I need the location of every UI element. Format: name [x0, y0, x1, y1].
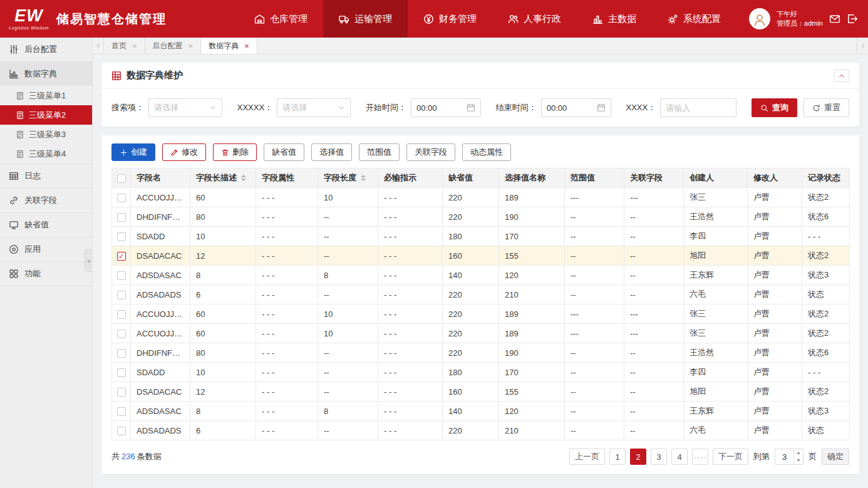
panel-collapse-button[interactable] [834, 70, 849, 82]
row-checkbox[interactable] [117, 310, 126, 319]
row-checkbox[interactable] [117, 330, 126, 338]
sidebar-item-3[interactable]: 关联字段 [0, 189, 92, 212]
tab-1[interactable]: 后台配置× [145, 38, 202, 54]
row-checkbox[interactable] [117, 271, 126, 280]
row-checkbox[interactable] [117, 407, 126, 416]
sidebar-item-4[interactable]: 缺省值 [0, 213, 92, 237]
cell-select_name: 190 [499, 343, 565, 363]
cell-range_value: -- [565, 402, 624, 421]
sidebar-subitem-1-1[interactable]: 三级菜单2 [0, 105, 92, 125]
xxxxx-select[interactable]: 请选择 [277, 98, 351, 117]
col-length[interactable]: 字段长度 [318, 169, 378, 188]
table-row[interactable]: ✓DSADACAC12- - ---- - -160155----旭阳卢曹状态2 [112, 246, 850, 266]
jump-to-label: 到第 [753, 451, 770, 462]
select-value-button[interactable]: 选择值 [311, 143, 352, 161]
table-row[interactable]: DHDIFNFJJJ80- - ---- - -220190----王浩然卢曹状… [112, 343, 850, 363]
start-time-input[interactable]: 00:00 [411, 98, 481, 117]
confirm-button[interactable]: 确定 [822, 449, 849, 465]
nav-item-1[interactable]: 运输管理 [323, 0, 408, 38]
main-area: 首页×后台配置×数据字典× 数据字典维护 搜索项： [93, 38, 868, 488]
cell-select_name: 120 [499, 266, 565, 285]
delete-button[interactable]: 删除 [213, 143, 257, 161]
tab-close-icon[interactable]: × [132, 42, 137, 50]
page-button-4[interactable]: 4 [671, 449, 688, 465]
sidebar-subitem-1-2[interactable]: 三级菜单3 [0, 125, 92, 144]
tab-close-icon[interactable]: × [244, 42, 249, 50]
query-button[interactable]: 查询 [752, 98, 797, 117]
sidebar-subitem-1-0[interactable]: 三级菜单1 [0, 86, 92, 105]
row-checkbox[interactable] [117, 232, 126, 241]
tabs-scroll-right-button[interactable] [857, 38, 868, 54]
nav-item-4[interactable]: 主数据 [577, 0, 652, 38]
sidebar-item-2[interactable]: 日志 [0, 164, 92, 188]
nav-item-2[interactable]: 财务管理 [408, 0, 492, 38]
table-row[interactable]: DHDIFNFJJJ80- - ---- - -220190----王浩然卢曹状… [112, 207, 850, 227]
prev-page-button[interactable]: 上一页 [569, 449, 605, 465]
nav-item-0[interactable]: 仓库管理 [239, 0, 323, 38]
page-button-3[interactable]: 3 [651, 449, 667, 465]
table-row[interactable]: ADSDASAC8- - -8- - -140120----王东辉卢曹状态3 [112, 266, 850, 285]
table-row[interactable]: ADSADADS6- - ---- - -220210----六毛卢曹状态 [112, 285, 850, 304]
mail-icon[interactable] [829, 13, 840, 24]
xxxx-input[interactable] [660, 98, 736, 117]
table-row[interactable]: ADSADADS6- - ---- - -220210----六毛卢曹状态 [112, 421, 850, 440]
logout-icon[interactable] [847, 13, 858, 24]
tab-0[interactable]: 首页× [104, 38, 145, 54]
tabs-scroll-left-button[interactable] [93, 38, 104, 54]
sidebar-subitem-1-3[interactable]: 三级菜单4 [0, 144, 92, 164]
create-button[interactable]: 创建 [111, 143, 155, 161]
row-checkbox[interactable] [117, 368, 126, 377]
col-length_desc[interactable]: 字段长描述 [190, 169, 256, 188]
table-row[interactable]: ADSDASAC8- - -8- - -140120----王东辉卢曹状态3 [112, 402, 850, 421]
cell-attr: - - - [256, 421, 318, 440]
table-row[interactable]: SDADD10- - ---- - -180170----李四卢曹- - - [112, 363, 850, 382]
select-all-checkbox[interactable] [117, 174, 126, 183]
search-select[interactable]: 请选择 [148, 98, 222, 117]
reset-button[interactable]: 重置 [803, 98, 849, 117]
tab-close-icon[interactable]: × [189, 42, 194, 50]
table-row[interactable]: ACCUOJJDJN60- - -10- - -220189------张三卢曹… [112, 324, 850, 343]
sidebar-collapse-handle[interactable]: « [85, 249, 93, 272]
row-checkbox[interactable] [117, 194, 126, 202]
cell-attr: - - - [256, 285, 318, 304]
cell-modifier: 卢曹 [748, 266, 802, 285]
sidebar-item-5[interactable]: 应用 [0, 237, 92, 261]
page-ellipsis[interactable]: ···· [692, 449, 708, 465]
page-button-2[interactable]: 2 [630, 449, 646, 465]
range-value-button[interactable]: 范围值 [359, 143, 400, 161]
row-checkbox[interactable] [117, 213, 126, 222]
row-checkbox[interactable] [117, 388, 126, 397]
sidebar-item-1[interactable]: 数据字典 [0, 62, 92, 86]
page-jump-stepper[interactable]: 3 [775, 449, 803, 465]
sidebar-item-6[interactable]: 功能 [0, 262, 92, 286]
row-checkbox[interactable] [117, 291, 126, 299]
default-value-button[interactable]: 缺省值 [264, 143, 304, 161]
sort-icon[interactable] [241, 175, 246, 181]
tab-2[interactable]: 数据字典× [201, 38, 257, 54]
row-checkbox[interactable] [117, 427, 126, 435]
stepper-up-icon[interactable] [794, 449, 803, 457]
cell-length_desc: 12 [190, 382, 256, 402]
avatar[interactable] [749, 8, 770, 29]
table-row[interactable]: DSADACAC12- - ---- - -160155----旭阳卢曹状态2 [112, 382, 850, 402]
row-checkbox[interactable] [117, 349, 126, 358]
table-row[interactable]: ACCUOJJDJN60- - -10- - -220189------张三卢曹… [112, 304, 850, 324]
sort-icon[interactable] [361, 175, 366, 181]
cell-field_name: SDADD [131, 227, 190, 246]
next-page-button[interactable]: 下一页 [713, 449, 748, 465]
table-row[interactable]: ACCUOJJDJN60- - -10- - -220189------张三卢曹… [112, 188, 850, 207]
row-checkbox[interactable]: ✓ [117, 252, 126, 261]
stepper-down-icon[interactable] [794, 457, 803, 464]
page-button-1[interactable]: 1 [609, 449, 626, 465]
nav-item-5[interactable]: 系统配置 [652, 0, 736, 38]
sidebar-item-0[interactable]: 后台配置 [0, 38, 92, 61]
cell-attr: - - - [256, 402, 318, 421]
nav-item-3[interactable]: 人事行政 [492, 0, 577, 38]
dynamic-attr-button[interactable]: 动态属性 [462, 143, 511, 161]
cell-attr: - - - [256, 343, 318, 363]
edit-button[interactable]: 修改 [162, 143, 206, 161]
related-field-button[interactable]: 关联字段 [406, 143, 455, 161]
cell-length: 8 [318, 266, 378, 285]
table-row[interactable]: SDADD10- - ---- - -180170----李四卢曹- - - [112, 227, 850, 246]
end-time-input[interactable]: 00:00 [541, 98, 611, 117]
